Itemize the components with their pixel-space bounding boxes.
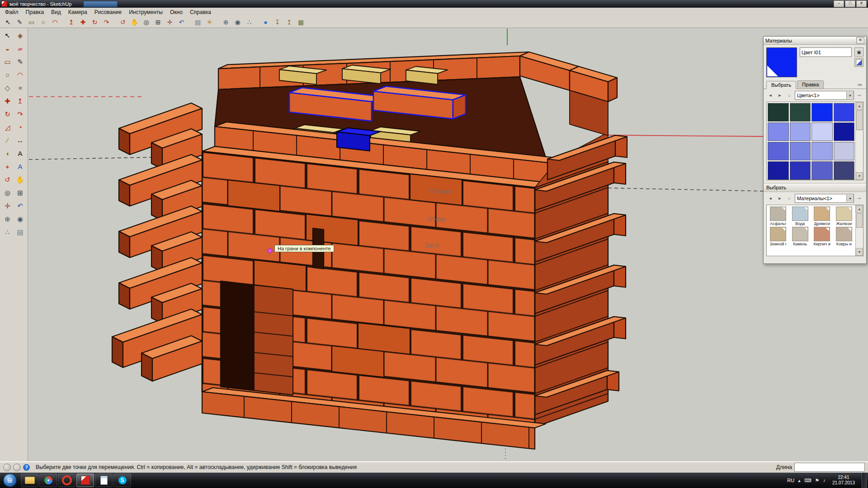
menu-item-7[interactable]: Справка	[186, 9, 215, 16]
scroll-down-icon[interactable]: ▼	[856, 172, 863, 180]
close-icon[interactable]: ✕	[856, 37, 864, 44]
geolocation-icon[interactable]	[3, 464, 11, 471]
look-around-tool[interactable]: ◉	[14, 212, 27, 225]
pan-tool[interactable]: ✋	[129, 17, 140, 27]
taskbar-chrome[interactable]	[39, 474, 57, 487]
line-tool[interactable]: ✎	[14, 17, 25, 27]
google-earth-tool[interactable]: ●	[260, 17, 271, 27]
line-tool[interactable]: ✎	[14, 55, 27, 68]
text-tool[interactable]: A	[14, 147, 27, 160]
protractor-tool[interactable]: ◖	[1, 147, 14, 160]
tab-edit[interactable]: Правка	[797, 80, 824, 89]
clock[interactable]: 22:41 21.07.2013	[829, 475, 858, 486]
keyboard-tray-icon[interactable]: ⌨	[804, 478, 811, 483]
show-desktop-button[interactable]	[862, 473, 867, 488]
make-component-tool[interactable]: ◈	[14, 29, 27, 42]
menu-item-6[interactable]: Окно	[166, 9, 186, 16]
previous-view-tool[interactable]: ↶	[14, 199, 27, 212]
move-tool[interactable]: ✚	[77, 17, 89, 27]
move-tool[interactable]: ✚	[1, 94, 14, 108]
taskbar-opera[interactable]	[58, 474, 75, 487]
dimension-tool[interactable]: ↔	[14, 134, 27, 147]
color-swatch-3[interactable]	[834, 103, 855, 122]
color-swatch-4[interactable]	[768, 122, 789, 141]
color-swatch-12[interactable]	[768, 161, 789, 180]
action-center-icon[interactable]: ⚑	[815, 478, 820, 483]
color-swatch-9[interactable]	[790, 142, 811, 160]
share-models-tool[interactable]: ↥	[283, 17, 295, 27]
material-item-3[interactable]: Жалюзи	[834, 206, 855, 226]
previous-view-tool[interactable]: ↶	[176, 17, 187, 27]
arc-tool[interactable]: ◠	[14, 68, 27, 81]
scrollbar-thumb[interactable]	[856, 213, 863, 228]
tape-measure-tool[interactable]: ∕	[1, 134, 14, 147]
circle-tool[interactable]: ○	[1, 68, 14, 81]
material-name-field[interactable]	[800, 47, 852, 57]
material-item-2[interactable]: Древеси	[811, 206, 833, 226]
shadows-tool[interactable]: ☀	[204, 17, 215, 27]
menu-item-0[interactable]: Файл	[1, 9, 22, 16]
section-plane-tool[interactable]: ▤	[14, 225, 27, 239]
scale-tool[interactable]: ◿	[1, 121, 14, 134]
color-swatch-8[interactable]	[768, 142, 789, 160]
zoom-extents-tool[interactable]: ✛	[1, 199, 14, 212]
components-tool[interactable]: ▦	[295, 17, 307, 27]
follow-me-tool[interactable]: ↷	[101, 17, 112, 27]
push-pull-tool[interactable]: ↥	[66, 17, 77, 27]
material-item-5[interactable]: Камень	[790, 227, 811, 246]
zoom-tool[interactable]: ◎	[141, 17, 152, 27]
create-material-button[interactable]	[854, 58, 863, 67]
material-item-4[interactable]: Земной г	[768, 227, 789, 246]
color-swatch-5[interactable]	[790, 122, 811, 141]
scroll-up-icon[interactable]: ▲	[856, 205, 863, 213]
eraser-tool[interactable]: ▰	[14, 42, 27, 55]
color-swatch-10[interactable]	[811, 142, 833, 160]
swatch-scrollbar[interactable]: ▲ ▼	[855, 102, 863, 180]
menu-item-5[interactable]: Инструменты	[125, 9, 166, 16]
materials-scrollbar[interactable]: ▲ ▼	[855, 205, 863, 256]
materials-forward-icon[interactable]: ►	[776, 194, 784, 202]
back-icon[interactable]: ◄	[766, 91, 774, 99]
orbit-tool[interactable]: ↺	[1, 173, 14, 186]
language-indicator[interactable]: RU	[787, 478, 794, 483]
freehand-tool[interactable]: ≈	[14, 81, 27, 94]
look-around-tool[interactable]: ◉	[232, 17, 243, 27]
close-button[interactable]: ✕	[856, 0, 867, 7]
materials-panel-titlebar[interactable]: Материалы ✕	[764, 37, 866, 45]
secondary-pane-button[interactable]: ▣	[854, 47, 863, 56]
rectangle-tool[interactable]: ▭	[1, 55, 14, 68]
materials-collections-dropdown[interactable]: Материалы<1> ▼	[795, 194, 854, 203]
push-pull-tool[interactable]: ↥	[14, 94, 27, 108]
taskbar-skype[interactable]: S	[113, 474, 131, 487]
rotate-tool[interactable]: ↻	[89, 17, 100, 27]
zoom-extents-tool[interactable]: ✛	[164, 17, 175, 27]
material-item-0[interactable]: Асфальт	[768, 206, 789, 226]
pan-tool[interactable]: ✋	[14, 173, 27, 186]
color-swatch-13[interactable]	[790, 161, 811, 180]
taskbar-sketchup[interactable]	[76, 474, 94, 487]
color-swatch-14[interactable]	[811, 161, 833, 180]
hidden-icons-button[interactable]: ▴	[798, 478, 801, 483]
tab-select[interactable]: Выбрать	[766, 81, 796, 89]
menu-item-4[interactable]: Рисование	[91, 9, 125, 16]
offset-tool[interactable]: ◔	[14, 121, 27, 134]
materials-home-icon[interactable]: ⌂	[785, 194, 793, 202]
color-swatch-11[interactable]	[834, 142, 855, 160]
taskbar-explorer[interactable]	[21, 474, 38, 487]
home-icon[interactable]: ⌂	[785, 91, 793, 99]
color-swatch-6[interactable]	[811, 122, 833, 141]
taskbar-calculator[interactable]	[95, 474, 113, 487]
color-swatch-2[interactable]	[811, 103, 833, 122]
axes-tool[interactable]: +	[1, 160, 14, 173]
follow-me-tool[interactable]: ↷	[14, 108, 27, 121]
measurement-input[interactable]	[794, 463, 865, 472]
select-tool[interactable]: ↖	[1, 29, 14, 42]
color-swatch-0[interactable]	[768, 103, 789, 122]
scroll-down-icon[interactable]: ▼	[856, 248, 863, 256]
paint-bucket-tool[interactable]: ◒	[1, 42, 14, 55]
section-plane-tool[interactable]: ▤	[192, 17, 203, 27]
3d-viewport[interactable]	[28, 28, 868, 462]
position-camera-tool[interactable]: ⊕	[220, 17, 231, 27]
eyedropper-icon[interactable]: ✑	[856, 81, 863, 89]
credits-icon[interactable]	[13, 464, 21, 471]
